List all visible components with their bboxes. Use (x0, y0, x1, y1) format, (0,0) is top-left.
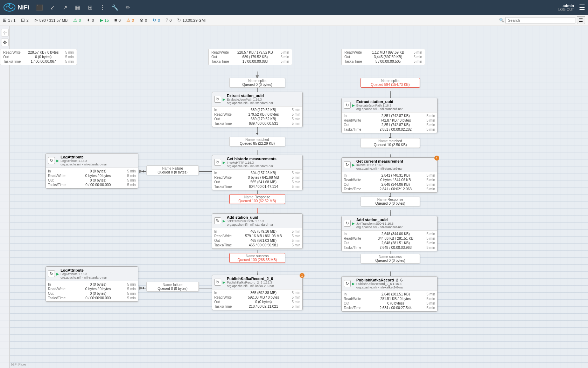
proc-subtitle2: org.apache.nifi - nifi-standard-nar (227, 164, 276, 168)
run-icon: ▶ (223, 280, 225, 284)
disabled-item: ⊗ 0 (140, 18, 147, 23)
left-sidebar: ⊹ ✥ (0, 26, 10, 368)
proc-subtitle2: org.apache.nifi - nifi-standard-nar (356, 167, 403, 170)
queued-text: 890 / 331.57 MB (40, 18, 68, 22)
username-label: admin (558, 4, 574, 8)
toolbar-output-btn[interactable]: ↗ (59, 2, 70, 13)
run-icon: ▶ (223, 219, 225, 223)
unknown-item: ? 0 (166, 18, 172, 23)
center-name-failure-label: Name Failure Queued 0 (0 bytes) (146, 165, 199, 175)
center-name-matched-label: Name matched Queued 85 (22.29 KB) (229, 137, 285, 146)
proc-title: PublishKafkaRecord_2_6 (227, 277, 274, 281)
left-log-attr-1-proc[interactable]: ↻ ▶ LogAttribute LogAttribute 1.16.3 org… (46, 153, 138, 189)
right-publish-proc[interactable]: ↻ ▶ PublishKafkaRecord_2_6 PublishKafkaR… (341, 276, 438, 312)
run-icon: ▶ (352, 103, 355, 107)
unknown-text: 0 (169, 18, 172, 22)
proc-title: Get current measurement (356, 159, 403, 163)
run-icon: ▶ (352, 222, 355, 225)
center-publish-proc[interactable]: ↻ ▶ PublishKafkaRecord_2_6 PublishKafkaR… (212, 275, 303, 310)
canvas: ⊹ ✥ (0, 26, 588, 368)
invalid-item: ⚠ 0 (126, 18, 134, 23)
toolbar: NiFi ⬛ ↙ ↗ ▦ ⊞ ⋮ 🔧 ✏ admin LOG OUT ☰ (0, 0, 588, 15)
proc-title: Get historic measurements (227, 157, 276, 161)
uptodate-icon: ↻ (153, 18, 156, 23)
proc-subtitle1: JoltTransformJSON 1.16.3 (356, 222, 403, 225)
hamburger-menu-icon[interactable]: ☰ (579, 3, 585, 12)
center-extract-proc[interactable]: ↻ ▶ Extract station_uuid EvaluateJsonPat… (212, 92, 303, 127)
proc-title: Extract station_uuid (356, 100, 403, 104)
disabled-text: 0 (145, 18, 147, 22)
center-name-splits-label: Name splits Queued 0 (0 bytes) (229, 78, 285, 88)
running-text: 15 (105, 18, 109, 22)
cluster-icon: ⊡ (21, 18, 25, 23)
toolbar-group-btn[interactable]: ▦ (72, 2, 83, 13)
proc-title: Add station_uuid (356, 218, 403, 222)
running-icon: ▶ (100, 18, 103, 23)
proc-title: Extract station_uuid (227, 94, 273, 98)
proc-subtitle2: org.apache.nifi - nifi-standard-nar (227, 101, 273, 105)
uptodate-text: 0 (158, 18, 160, 22)
proc-subtitle1: JoltTransformJSON 1.16.3 (227, 219, 273, 223)
proc-subtitle1: PublishKafkaRecord_2_6 1.16.3 (356, 282, 404, 286)
proc-subtitle2: org.apache.nifi - nifi-standard-nar (356, 225, 403, 229)
toolbar-template-btn[interactable]: 🔧 (110, 2, 120, 13)
proc-subtitle1: InvokeHTTP 1.16.3 (356, 163, 403, 167)
disabled-icon: ⊗ (140, 18, 144, 23)
warnings-icon: ✦ (86, 18, 90, 23)
logo-text: NiFi (18, 4, 29, 11)
center-get-historic-proc[interactable]: ↻ ▶ Get historic measurements InvokeHTTP… (212, 155, 303, 190)
proc-subtitle1: EvaluateJsonPath 1.16.3 (356, 104, 403, 107)
time-item: ↻ 13:00:29 GMT (177, 18, 207, 23)
toolbar-input-btn[interactable]: ↙ (47, 2, 57, 13)
right-get-current-proc[interactable]: ↻ ▶ Get current measurement InvokeHTTP 1… (341, 157, 438, 193)
pan-tool-btn[interactable]: ✥ (1, 39, 9, 46)
toolbar-remote-btn[interactable]: ⊞ (85, 2, 95, 13)
right-name-response-label: Name Response Queued 0 (0 bytes) (360, 197, 420, 206)
breadcrumb-icon: ⊞ (3, 18, 7, 23)
toolbar-label-btn[interactable]: ✏ (122, 2, 133, 13)
warnings-text: 0 (92, 18, 94, 22)
right-add-station-proc[interactable]: ↻ ▶ Add station_uuid JoltTransformJSON 1… (341, 216, 438, 251)
breadcrumb-item[interactable]: ⊞ 1 / 1 (3, 18, 15, 23)
proc-title: LogAttribute (61, 268, 107, 272)
global-menu-btn[interactable]: ☰ (577, 16, 585, 24)
cluster-text: 2 (26, 18, 28, 22)
proc-subtitle1: LogAttribute 1.16.3 (61, 159, 107, 163)
cluster-item: ⊡ 2 (21, 18, 28, 23)
proc-subtitle2: org.apache.nifi - nifi-standard-nar (227, 223, 273, 226)
connections-svg (0, 26, 588, 368)
warnings-item: ✦ 0 (86, 18, 94, 23)
svg-marker-49 (142, 287, 144, 289)
proc-icon: ↻ (214, 96, 221, 103)
proc-subtitle2: org.apache.nifi - nifi-kafka-2-6-nar (227, 284, 274, 288)
run-icon: ▶ (352, 282, 355, 286)
svg-marker-47 (142, 170, 144, 173)
center-add-station-proc[interactable]: ↻ ▶ Add station_uuid JoltTransformJSON 1… (212, 213, 303, 249)
proc-icon: ↻ (214, 279, 221, 286)
right-extract-proc[interactable]: ↻ ▶ Extract station_uuid EvaluateJsonPat… (341, 98, 438, 133)
select-tool-btn[interactable]: ⊹ (1, 29, 9, 36)
right-name-success-label: Name success Queued 0 (0 bytes) (360, 254, 420, 264)
toolbar-funnel-btn[interactable]: ⋮ (97, 2, 108, 13)
toolbar-processor-btn[interactable]: ⬛ (34, 2, 45, 13)
svg-marker-21 (256, 133, 259, 135)
breadcrumb-text: 1 / 1 (8, 18, 15, 22)
top-right-info: Read/Write1.12 MB / 897.59 KB5 min Out3,… (341, 49, 425, 65)
run-icon: ▶ (223, 161, 225, 164)
search-input[interactable] (505, 17, 575, 23)
run-icon: ▶ (352, 163, 355, 167)
center-name-success-label: Name success Queued 100 (268.65 MB) (229, 253, 285, 263)
top-center-info: Read/Write228.57 KB / 179.52 KB5 min Out… (208, 49, 292, 65)
logout-btn[interactable]: LOG OUT (558, 8, 574, 12)
uptodate-item: ↻ 0 (153, 18, 160, 23)
stopped-icon: ■ (114, 18, 117, 23)
stopped-text: 0 (119, 18, 121, 22)
proc-subtitle2: org.apache.nifi - nifi-standard-nar (356, 107, 403, 111)
time-icon: ↻ (177, 18, 181, 23)
proc-subtitle1: EvaluateJsonPath 1.16.3 (227, 98, 273, 101)
search-area: 🔍 ☰ (499, 16, 585, 24)
statusbar: ⊞ 1 / 1 ⊡ 2 ⊳ 890 / 331.57 MB ⚠ 0 ✦ 0 ▶ … (0, 15, 588, 26)
proc-icon: ↻ (344, 220, 351, 227)
top-left-info: Read/Write228.57 KB / 0 bytes5 min Out0 … (0, 49, 77, 65)
left-log-attr-2-proc[interactable]: ↻ ▶ LogAttribute LogAttribute 1.16.3 org… (46, 266, 138, 302)
